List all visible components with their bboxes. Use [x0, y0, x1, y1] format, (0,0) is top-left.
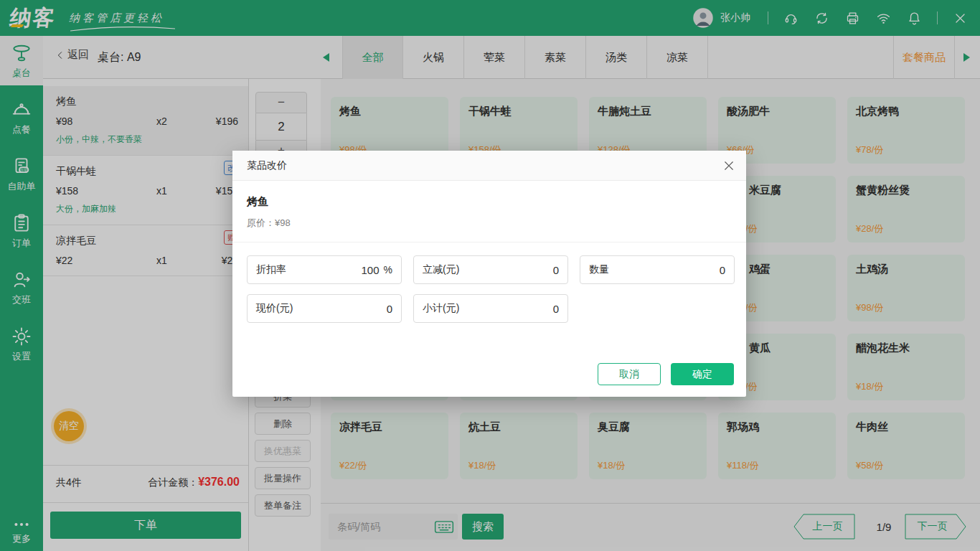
change-price-modal: 菜品改价 烤鱼 原价：¥98 折扣率100%立减(元)0数量0现价(元)0小计(… — [232, 151, 746, 397]
modal-field[interactable]: 现价(元)0 — [247, 294, 402, 323]
field-value: 100 — [362, 264, 380, 276]
field-value: 0 — [553, 303, 559, 315]
modal-header: 菜品改价 — [232, 151, 746, 181]
field-value: 0 — [553, 264, 559, 276]
modal-field[interactable]: 折扣率100% — [247, 255, 402, 284]
modal-field[interactable]: 立减(元)0 — [413, 255, 568, 284]
field-label: 数量 — [589, 263, 609, 276]
field-value: 0 — [720, 264, 725, 276]
confirm-button[interactable]: 确定 — [671, 363, 734, 385]
pos-screen: 纳客 纳客管店更轻松 张小帅 桌台点餐自助自助单订单交班设置 — [0, 0, 980, 551]
modal-field[interactable]: 数量0 — [580, 255, 735, 284]
modal-close-icon[interactable] — [722, 159, 735, 172]
field-suffix: % — [384, 264, 392, 276]
field-label: 立减(元) — [423, 263, 459, 276]
cancel-button[interactable]: 取消 — [598, 363, 661, 385]
modal-dish-name: 烤鱼 — [247, 195, 268, 209]
field-label: 现价(元) — [256, 302, 293, 315]
field-label: 折扣率 — [256, 263, 286, 276]
modal-field[interactable]: 小计(元)0 — [413, 294, 568, 323]
field-label: 小计(元) — [423, 302, 459, 315]
field-value: 0 — [387, 303, 392, 315]
modal-original-price: 原价：¥98 — [247, 217, 291, 230]
divider — [232, 242, 746, 242]
modal-title: 菜品改价 — [247, 159, 287, 172]
